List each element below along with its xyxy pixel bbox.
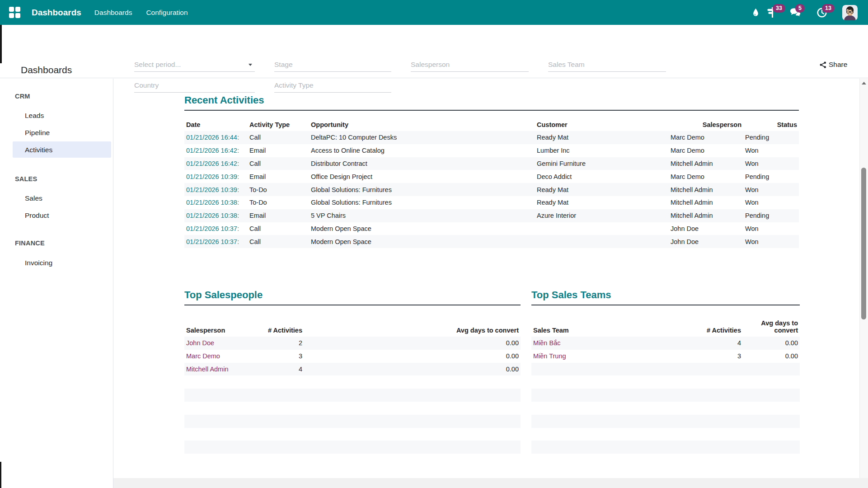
menu-dashboards[interactable]: Dashboards xyxy=(94,9,132,17)
app-window: Dashboards Dashboards Configuration 33 xyxy=(0,0,868,488)
date-link[interactable]: 01/21/2026 10:37: xyxy=(184,235,248,248)
left-edge-artifact xyxy=(0,25,2,63)
scrollbar-up-arrow-icon[interactable] xyxy=(862,82,866,84)
notification-badge: 5 xyxy=(795,4,805,13)
sales-team-filter[interactable] xyxy=(548,58,666,72)
cell-customer: Gemini Furniture xyxy=(535,157,669,170)
cell-customer: Azure Interior xyxy=(535,209,669,222)
period-select[interactable] xyxy=(134,58,255,71)
sidebar-item-activities[interactable]: Activities xyxy=(25,146,52,154)
salesperson-filter[interactable] xyxy=(411,58,529,72)
col-opportunity: Opportunity xyxy=(309,116,535,131)
date-link[interactable]: 01/21/2026 10:39: xyxy=(184,170,248,183)
cell-customer xyxy=(535,222,669,235)
cell-status: Won xyxy=(743,235,799,248)
period-filter[interactable] xyxy=(134,58,255,72)
vertical-scrollbar-thumb[interactable] xyxy=(861,168,866,319)
empty-row xyxy=(531,441,800,454)
cell-avg-days: 0.00 xyxy=(304,363,521,376)
cell-avg-days: 0.00 xyxy=(743,350,800,363)
activity-type-filter[interactable] xyxy=(274,79,391,93)
country-input[interactable] xyxy=(134,79,255,92)
sidebar-item-pipeline[interactable]: Pipeline xyxy=(25,129,50,137)
date-link[interactable]: 01/21/2026 10:38: xyxy=(184,196,248,209)
avatar xyxy=(842,5,858,20)
stage-input[interactable] xyxy=(274,58,391,71)
empty-row xyxy=(531,415,800,428)
page-title: Dashboards xyxy=(21,65,72,75)
cell-activities: 4 xyxy=(631,337,743,350)
activity-type-input[interactable] xyxy=(274,79,391,92)
cell-salesperson: Mitchell Admin xyxy=(669,196,743,209)
empty-row xyxy=(184,389,521,402)
top-salespeople-title: Top Salespeople xyxy=(184,289,521,305)
cell-opportunity: Global Solutions: Furnitures xyxy=(309,196,535,209)
salesperson-link[interactable]: Marc Demo xyxy=(184,350,257,363)
systray-droplet[interactable] xyxy=(752,0,760,25)
systray-messages[interactable]: 5 xyxy=(789,0,801,25)
cell-salesperson: Mitchell Admin xyxy=(669,209,743,222)
sidebar-item-product[interactable]: Product xyxy=(25,211,49,220)
cell-opportunity: DeltaPC: 10 Computer Desks xyxy=(309,131,535,144)
date-link[interactable]: 01/21/2026 10:39: xyxy=(184,183,248,196)
cell-activity-type: Email xyxy=(248,170,309,183)
systray-history[interactable]: 13 xyxy=(816,0,828,25)
cell-salesperson: John Doe xyxy=(669,222,743,235)
col-status: Status xyxy=(743,116,799,131)
cell-activity-type: Email xyxy=(248,209,309,222)
chevron-down-icon xyxy=(249,64,252,66)
sidebar-item-invoicing[interactable]: Invoicing xyxy=(25,259,52,267)
cell-salesperson: Marc Demo xyxy=(669,170,743,183)
sales-team-input[interactable] xyxy=(548,58,666,71)
salesperson-input[interactable] xyxy=(411,58,529,71)
cell-status: Won xyxy=(743,196,799,209)
cell-activities: 4 xyxy=(257,363,304,376)
cell-opportunity: Modern Open Space xyxy=(309,222,535,235)
sidebar-item-leads[interactable]: Leads xyxy=(25,112,44,120)
col-customer: Customer xyxy=(535,116,669,131)
table-row: 01/21/2026 10:37: Call Modern Open Space… xyxy=(184,222,799,235)
date-link[interactable]: 01/21/2026 16:42: xyxy=(184,144,248,157)
date-link[interactable]: 01/21/2026 10:37: xyxy=(184,222,248,235)
top-salespeople-table: Salesperson # Activities Avg days to con… xyxy=(184,308,521,454)
salesperson-link[interactable]: John Doe xyxy=(184,337,257,350)
share-button[interactable]: Share xyxy=(820,61,847,69)
app-name[interactable]: Dashboards xyxy=(32,8,81,18)
cell-opportunity: Modern Open Space xyxy=(309,235,535,248)
date-link[interactable]: 01/21/2026 10:38: xyxy=(184,209,248,222)
cell-opportunity: Office Design Project xyxy=(309,170,535,183)
col-date: Date xyxy=(184,116,248,131)
cell-customer: Ready Mat xyxy=(535,183,669,196)
col-avg-days: Avg days to convert xyxy=(743,308,800,337)
date-link[interactable]: 01/21/2026 16:42: xyxy=(184,157,248,170)
empty-row xyxy=(184,402,521,415)
user-avatar[interactable] xyxy=(842,0,858,25)
date-link[interactable]: 01/21/2026 16:44: xyxy=(184,131,248,144)
systray-activities[interactable]: 33 xyxy=(767,0,777,25)
cell-activity-type: Call xyxy=(248,222,309,235)
notification-badge: 13 xyxy=(822,4,835,13)
table-row: Marc Demo 3 0.00 xyxy=(184,350,521,363)
table-row: 01/21/2026 10:38: Email 5 VP Chairs Azur… xyxy=(184,209,799,222)
cell-avg-days: 0.00 xyxy=(304,350,521,363)
share-label: Share xyxy=(829,61,847,69)
table-header-row: Sales Team # Activities Avg days to conv… xyxy=(531,308,800,337)
sales-team-link[interactable]: Miền Bắc xyxy=(531,337,631,350)
table-row: 01/21/2026 10:37: Call Modern Open Space… xyxy=(184,235,799,248)
apps-grid-icon[interactable] xyxy=(9,6,21,19)
empty-row xyxy=(531,363,800,376)
empty-row xyxy=(531,402,800,415)
col-salesperson: Salesperson xyxy=(669,116,743,131)
top-navbar: Dashboards Dashboards Configuration 33 xyxy=(0,0,868,25)
salesperson-link[interactable]: Mitchell Admin xyxy=(184,363,257,376)
stage-filter[interactable] xyxy=(274,58,391,72)
cell-avg-days: 0.00 xyxy=(304,337,521,350)
sidebar-item-sales[interactable]: Sales xyxy=(25,194,42,202)
table-row: Miền Bắc 4 0.00 xyxy=(531,337,800,350)
menu-configuration[interactable]: Configuration xyxy=(146,9,188,17)
empty-row xyxy=(531,375,800,389)
cell-status: Won xyxy=(743,183,799,196)
cell-activity-type: Call xyxy=(248,157,309,170)
sales-team-link[interactable]: Miền Trung xyxy=(531,350,631,363)
country-filter[interactable] xyxy=(134,79,255,93)
